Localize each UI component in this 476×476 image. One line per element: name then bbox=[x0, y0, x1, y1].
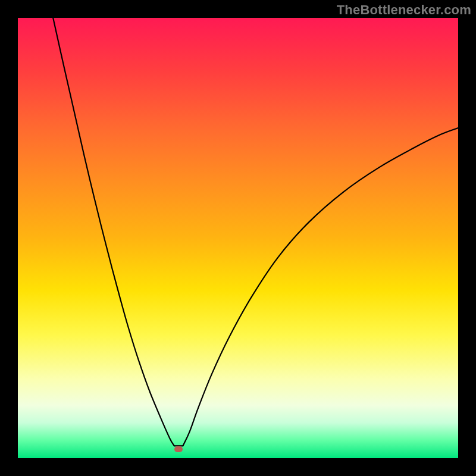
curve-left-branch bbox=[53, 18, 174, 446]
watermark-text: TheBottlenecker.com bbox=[337, 2, 471, 18]
optimum-marker bbox=[174, 446, 183, 452]
plot-area bbox=[18, 18, 458, 458]
chart-frame: TheBottlenecker.com bbox=[0, 0, 476, 476]
curve-svg bbox=[18, 18, 458, 458]
curve-right-branch bbox=[183, 128, 459, 446]
